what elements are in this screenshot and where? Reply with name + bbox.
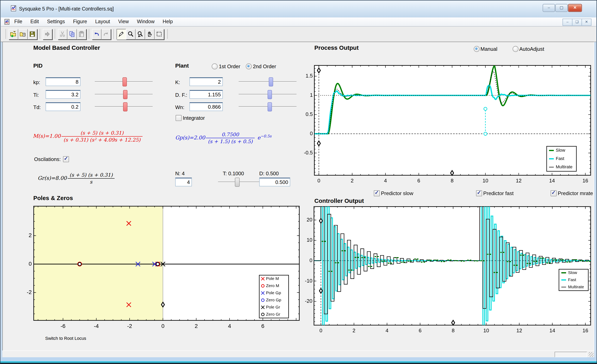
integrator-checkbox[interactable] (176, 115, 181, 121)
switch-root-locus-link[interactable]: Switch to Root Locus (45, 336, 86, 341)
integrator-label[interactable]: Integrator (183, 115, 205, 121)
execute-button[interactable] (43, 29, 52, 40)
maximize-button[interactable]: ▢ (555, 4, 568, 12)
status-field (555, 352, 587, 357)
t-slider[interactable] (218, 178, 262, 186)
wn-slider[interactable] (239, 102, 297, 111)
df-input[interactable] (189, 90, 223, 99)
wn-slider-thumb[interactable] (267, 102, 272, 111)
child-minimize-button[interactable]: – (563, 19, 573, 26)
td-slider[interactable] (95, 102, 153, 111)
ti-input[interactable] (46, 90, 80, 99)
zoom-region-tool-button[interactable] (136, 29, 145, 40)
d-input[interactable] (259, 178, 290, 186)
menu-file[interactable]: File (11, 17, 25, 24)
copy-icon (69, 31, 75, 37)
manual-radio[interactable] (474, 46, 480, 52)
save-button[interactable] (28, 29, 37, 40)
kp-slider-thumb[interactable] (123, 77, 127, 87)
manipulate-tool-button[interactable] (117, 29, 126, 40)
menu-window[interactable]: Window (134, 17, 158, 24)
first-order-radio[interactable] (212, 63, 218, 69)
select-region-icon (156, 31, 163, 37)
predictor-fast-label[interactable]: Predictor fast (483, 190, 514, 197)
undo-icon (93, 31, 100, 37)
autoadjust-label[interactable]: AutoAdjust (519, 46, 544, 52)
cut-button[interactable] (58, 29, 67, 40)
minimize-button[interactable]: – (543, 4, 555, 12)
window-bottom-border (0, 357, 597, 364)
td-input[interactable] (46, 102, 80, 111)
second-order-label[interactable]: 2nd Order (253, 63, 276, 70)
process-output-plot[interactable] (298, 60, 595, 192)
process-output-title: Process Output (314, 44, 359, 51)
predictor-slow-label[interactable]: Predictor slow (381, 190, 413, 197)
paste-button[interactable] (77, 29, 86, 40)
redo-button[interactable] (102, 29, 111, 40)
k-slider-thumb[interactable] (269, 77, 273, 87)
gp-equation: Gp(s)=2.000.7500(s + 1.5) (s + 0.5)e−0.5… (175, 132, 272, 144)
kp-input[interactable] (46, 77, 80, 86)
wn-label: Wn: (175, 104, 184, 111)
undo-button[interactable] (92, 29, 102, 40)
menu-view[interactable]: View (115, 17, 132, 24)
child-close-button[interactable]: ✕ (581, 19, 591, 26)
td-slider-thumb[interactable] (123, 102, 127, 111)
n-input[interactable] (175, 178, 192, 186)
menu-layout[interactable]: Layout (92, 17, 113, 24)
manual-label[interactable]: Manual (480, 46, 497, 52)
cut-icon (59, 31, 66, 37)
predictor-mrate-checkbox[interactable]: ✓ (551, 190, 557, 196)
redo-icon (103, 31, 110, 37)
save-floppy-icon (29, 31, 36, 37)
menu-help[interactable]: Help (160, 17, 176, 24)
controller-output-plot[interactable] (298, 204, 595, 339)
zoom-icon (127, 31, 134, 37)
kp-label: kp: (33, 79, 40, 86)
second-order-radio[interactable] (246, 63, 252, 69)
oscillations-checkbox[interactable]: ✓ (63, 156, 69, 162)
ti-slider[interactable] (95, 90, 153, 99)
select-region-tool-button[interactable] (155, 29, 164, 40)
oscillations-label: Oscilations: (34, 156, 61, 162)
poles-zeros-plot[interactable] (17, 202, 304, 334)
pan-tool-button[interactable] (145, 29, 155, 40)
t-slider-thumb[interactable] (235, 178, 240, 187)
k-input[interactable] (189, 77, 223, 86)
close-button[interactable]: ✕ (568, 4, 582, 12)
df-slider[interactable] (239, 90, 297, 99)
child-restore-button[interactable]: ❏ (572, 19, 582, 26)
wn-input[interactable] (189, 102, 223, 111)
zoom-tool-button[interactable] (126, 29, 136, 40)
autoadjust-radio[interactable] (513, 46, 518, 52)
window-title: Sysquake 5 Pro - [Multi-rate Controllers… (19, 6, 114, 12)
document-area: Model Based Controller PID kp: Ti: Td: M… (2, 42, 594, 351)
predictor-mrate-label[interactable]: Predictor mrate (558, 190, 593, 197)
td-label: Td: (33, 104, 41, 111)
kp-slider[interactable] (95, 77, 153, 86)
resize-grip[interactable] (589, 352, 593, 357)
toolbar (1, 27, 596, 42)
t-label: T: 0.1000 (223, 171, 244, 177)
open-file-button[interactable] (9, 29, 18, 40)
pan-hand-icon (146, 31, 153, 37)
menu-settings[interactable]: Settings (44, 17, 68, 24)
df-slider-thumb[interactable] (267, 90, 272, 99)
k-slider[interactable] (239, 77, 297, 86)
copy-button[interactable] (67, 29, 77, 40)
gr-equation: Gr(s)=8.00(s + 5) (s + 0.31)s (38, 172, 115, 185)
first-order-label[interactable]: 1st Order (219, 63, 240, 70)
manipulate-pen-icon (118, 31, 125, 37)
controller-output-title: Controller Output (314, 198, 364, 204)
plant-title: Plant (175, 63, 189, 69)
run-arrow-icon (44, 31, 51, 37)
predictor-fast-checkbox[interactable]: ✓ (476, 190, 482, 196)
open-merge-button[interactable] (18, 29, 28, 40)
menu-figure[interactable]: Figure (70, 17, 90, 24)
open-folder-icon (10, 31, 17, 37)
ti-slider-thumb[interactable] (123, 90, 127, 99)
predictor-slow-checkbox[interactable]: ✓ (374, 190, 380, 196)
titlebar[interactable]: Sysquake 5 Pro - [Multi-rate Controllers… (1, 1, 596, 17)
zoom-rect-icon (137, 31, 143, 37)
menu-edit[interactable]: Edit (27, 17, 42, 24)
